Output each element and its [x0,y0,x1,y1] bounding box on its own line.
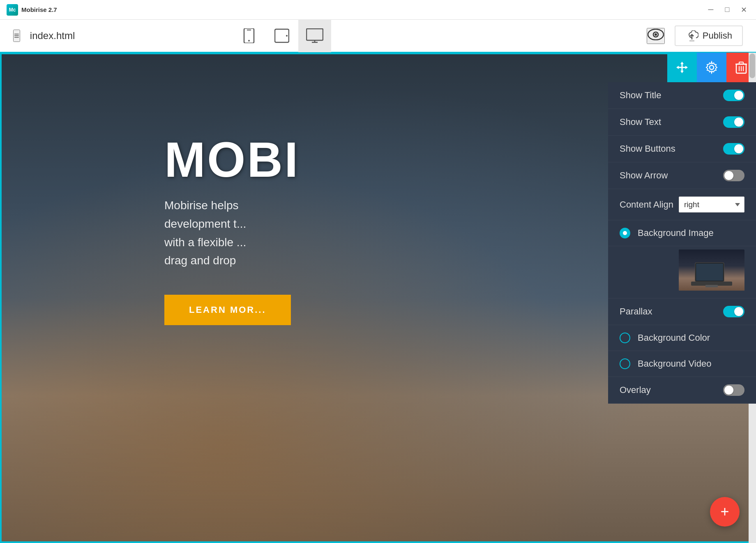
background-image-label: Background Image [638,228,714,238]
show-arrow-toggle[interactable] [723,170,744,181]
preview-icon [648,29,664,40]
show-title-label: Show Title [620,90,723,101]
background-image-radio-selected [620,228,630,238]
main-area: MOBI Mobirise helps development t... wit… [0,53,756,543]
svg-rect-22 [739,62,743,64]
publish-button[interactable]: Publish [675,25,743,46]
show-buttons-row: Show Buttons [608,136,756,162]
show-title-toggle[interactable] [723,90,744,101]
parallax-row: Parallax [608,298,756,325]
content-align-label: Content Align [620,199,679,210]
background-color-radio-row[interactable]: Background Color [608,325,756,351]
show-text-row: Show Text [608,109,756,136]
teal-border-bottom [0,541,756,543]
overlay-row: Overlay [608,377,756,404]
svg-point-10 [655,33,657,36]
scrollbar-thumb [749,53,755,78]
hamburger-menu-button[interactable]: ≡ [13,30,20,42]
show-text-label: Show Text [620,117,723,127]
background-color-label: Background Color [638,333,710,343]
content-align-row: Content Align left center right [608,189,756,220]
close-button[interactable]: ✕ [738,4,749,16]
hero-content: MOBI Mobirise helps development t... wit… [164,135,300,325]
svg-point-4 [286,35,288,37]
hero-section: MOBI Mobirise helps development t... wit… [0,53,756,543]
show-buttons-toggle[interactable] [723,143,744,155]
maximize-button[interactable]: □ [721,4,733,16]
svg-marker-16 [680,71,684,73]
tablet-device-button[interactable] [265,19,298,52]
svg-marker-18 [685,66,688,69]
show-text-toggle[interactable] [723,116,744,128]
teal-border-left [0,53,2,543]
overlay-toggle[interactable] [723,384,744,396]
svg-rect-29 [705,285,718,287]
hero-subtitle: Mobirise helps development t... with a f… [164,196,300,270]
background-image-thumbnail-row [608,246,756,298]
background-image-thumbnail[interactable] [679,250,744,291]
cloud-upload-icon [685,30,698,41]
settings-panel: Show Title Show Text Show Buttons Show A… [608,82,756,404]
settings-gear-icon [705,61,718,74]
preview-button[interactable] [647,28,665,44]
mobile-icon [243,28,255,43]
svg-rect-5 [307,29,323,40]
svg-point-19 [710,65,714,69]
section-move-button[interactable] [667,53,697,82]
svg-rect-27 [696,263,723,281]
window-controls: ─ □ ✕ [705,4,749,16]
mobile-device-button[interactable] [233,19,265,52]
background-image-radio-row[interactable]: Background Image [608,220,756,246]
content-align-select[interactable]: left center right [679,196,744,213]
title-bar: Mc Mobirise 2.7 ─ □ ✕ [0,0,756,20]
svg-point-1 [248,40,250,42]
parallax-toggle[interactable] [723,306,744,317]
move-icon [675,61,689,74]
teal-border-top [0,53,756,54]
add-section-fab-button[interactable]: + [710,497,740,527]
show-title-row: Show Title [608,82,756,109]
publish-label: Publish [703,30,732,41]
desktop-device-button[interactable] [298,19,331,52]
toolbar-right-actions: Publish [647,25,743,46]
app-logo: Mc Mobirise 2.7 [7,4,57,16]
svg-marker-17 [676,66,679,69]
hero-learn-more-button[interactable]: LEARN MOR... [164,295,291,325]
background-color-radio [620,333,630,343]
app-name: Mobirise 2.7 [21,6,57,13]
svg-marker-15 [680,62,684,64]
hero-title: MOBI [164,135,300,184]
minimize-button[interactable]: ─ [705,4,717,16]
overlay-label: Overlay [620,385,723,395]
page-title: index.html [30,30,75,42]
device-selector [233,19,331,52]
tablet-icon [274,28,289,43]
section-actions [667,53,756,82]
thumbnail-laptop-svg [691,261,732,289]
delete-trash-icon [735,61,747,74]
toolbar: ≡ index.html [0,20,756,53]
show-arrow-label: Show Arrow [620,170,723,181]
background-video-label: Background Video [638,358,711,369]
background-video-radio [620,358,630,369]
section-settings-button[interactable] [697,53,726,82]
show-arrow-row: Show Arrow [608,162,756,189]
parallax-label: Parallax [620,306,723,317]
background-video-radio-row[interactable]: Background Video [608,351,756,377]
show-buttons-label: Show Buttons [620,143,723,154]
desktop-icon [306,28,323,43]
app-logo-icon: Mc [7,4,18,16]
